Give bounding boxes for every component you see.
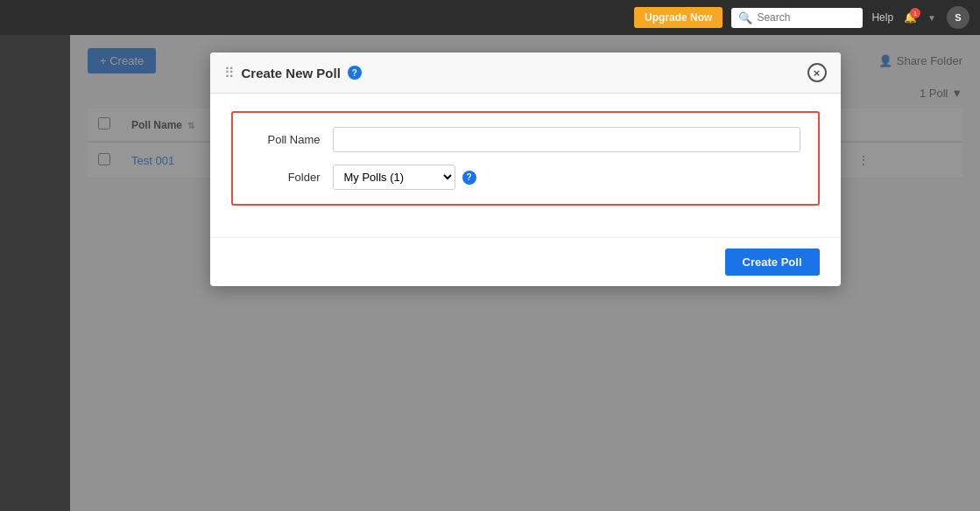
sidebar — [0, 35, 70, 511]
search-input[interactable] — [757, 11, 856, 24]
create-poll-modal: ⠿ Create New Poll ? × Poll Name — [210, 52, 841, 286]
poll-name-input[interactable] — [333, 127, 800, 152]
topbar-right: Help 🔔 1 ▼ S — [871, 6, 969, 29]
bell-icon-wrap[interactable]: 🔔 1 — [904, 11, 917, 24]
modal-body: Poll Name Folder My Polls (1) ? — [210, 94, 841, 237]
modal-header-left: ⠿ Create New Poll ? — [224, 65, 362, 81]
search-icon: 🔍 — [738, 11, 752, 24]
drag-handle-icon[interactable]: ⠿ — [224, 65, 235, 81]
modal-close-button[interactable]: × — [807, 63, 827, 82]
modal-overlay: ⠿ Create New Poll ? × Poll Name — [70, 35, 980, 511]
poll-name-row: Poll Name — [250, 127, 800, 152]
upgrade-button[interactable]: Upgrade Now — [634, 7, 723, 28]
help-label: Help — [871, 11, 893, 24]
main-content: + Create 👤 Share Folder 1 Poll ▼ Poll Na… — [0, 35, 980, 511]
folder-row: Folder My Polls (1) ? — [250, 164, 800, 190]
modal-footer: Create Poll — [210, 237, 841, 286]
poll-name-label: Poll Name — [250, 133, 321, 146]
user-avatar[interactable]: S — [947, 6, 969, 29]
modal-header: ⠿ Create New Poll ? × — [210, 52, 841, 94]
search-box: 🔍 — [731, 8, 863, 28]
notification-badge: 1 — [910, 8, 920, 18]
form-outline: Poll Name Folder My Polls (1) ? — [231, 111, 820, 206]
folder-select[interactable]: My Polls (1) — [333, 164, 455, 190]
page-content: + Create 👤 Share Folder 1 Poll ▼ Poll Na… — [70, 35, 980, 511]
folder-help-icon[interactable]: ? — [462, 171, 476, 185]
modal-help-icon[interactable]: ? — [348, 66, 362, 80]
folder-label: Folder — [250, 171, 321, 184]
create-poll-button[interactable]: Create Poll — [725, 248, 820, 276]
chevron-down-icon: ▼ — [927, 13, 936, 23]
topbar: Upgrade Now 🔍 Help 🔔 1 ▼ S — [0, 0, 980, 35]
modal-title: Create New Poll — [242, 66, 341, 80]
folder-row-inner: My Polls (1) ? — [333, 164, 476, 190]
